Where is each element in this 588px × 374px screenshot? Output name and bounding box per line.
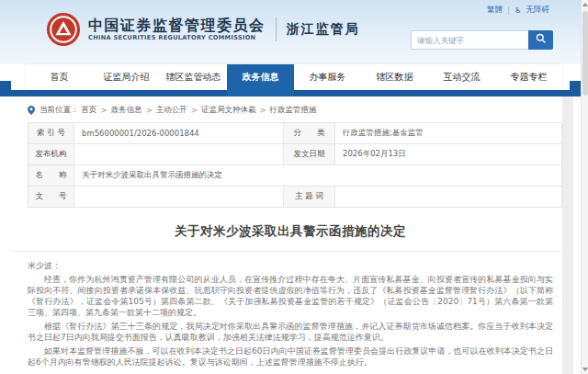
nav-item-bureau-intro[interactable]: 证监局介绍 <box>93 64 160 90</box>
brand-divider <box>276 17 277 41</box>
meta-subject-value <box>335 187 562 208</box>
meta-category-value: 行政监管措施;基金监管 <box>335 123 562 144</box>
breadcrumb-separator: > <box>146 106 153 115</box>
breadcrumb-active-disclosure[interactable]: 主动公开 <box>156 105 187 116</box>
meta-docno-value <box>74 187 284 208</box>
nav-item-regulatory-news[interactable]: 辖区监管动态 <box>160 64 227 90</box>
csrc-logo-icon <box>46 12 81 47</box>
site-header: 繁體 | ♿ 无障碍 中国证券监督管理委员会 CHINA SECURITIES … <box>0 0 581 64</box>
nav-right-cap <box>570 81 581 96</box>
table-row: 发布机构 发文日期 2026年02月13日 <box>28 144 562 165</box>
table-row: 文 号 主 题 词 <box>28 187 562 208</box>
breadcrumb-home[interactable]: 首页 <box>82 105 97 116</box>
breadcrumb-admin-measures[interactable]: 行政监管措施 <box>270 105 317 116</box>
bureau-name: 浙江监管局 <box>287 21 360 38</box>
scroll-down-icon[interactable] <box>582 368 588 371</box>
meta-name-label: 名 称 <box>28 165 74 187</box>
breadcrumb-gov-info[interactable]: 政务信息 <box>111 105 142 116</box>
document-salutation: 米少波： <box>28 260 553 271</box>
meta-issuer-label: 发布机构 <box>28 144 74 165</box>
accessibility-link[interactable]: 无障碍 <box>526 5 550 16</box>
document-meta-table: 索 引 号 bm56000001/2026-00001844 分 类 行政监管措… <box>28 122 562 208</box>
meta-docno-label: 文 号 <box>28 187 74 208</box>
nav-item-home[interactable]: 首页 <box>26 64 93 90</box>
search-button[interactable] <box>528 30 553 50</box>
main-nav-wrap: 首页 证监局介绍 辖区监管动态 政务信息 办事服务 辖区数据 互动交流 专题专栏 <box>0 64 581 96</box>
table-row: 索 引 号 bm56000001/2026-00001844 分 类 行政监管措… <box>28 123 562 144</box>
scroll-up-icon[interactable] <box>582 3 588 6</box>
right-gutter <box>562 96 573 374</box>
location-pin-icon <box>28 106 35 115</box>
org-name-cn: 中国证券监督管理委员会 <box>88 17 266 34</box>
meta-name-value: 关于对米少波采取出具警示函措施的决定 <box>74 165 562 187</box>
brand-text: 中国证券监督管理委员会 CHINA SECURITIES REGULATORY … <box>88 17 266 41</box>
vertical-scrollbar[interactable] <box>581 0 588 374</box>
site-search <box>411 30 553 50</box>
accessibility-icon: ♿ <box>514 6 522 15</box>
search-icon <box>536 33 547 47</box>
meta-index-value: bm56000001/2026-00001844 <box>74 123 284 144</box>
nav-item-special-topics[interactable]: 专题专栏 <box>495 64 562 90</box>
org-name-en: CHINA SECURITIES REGULATORY COMMISSION <box>88 34 266 41</box>
traditional-chinese-link[interactable]: 繁體 <box>487 5 503 16</box>
top-utility-links: 繁體 | ♿ 无障碍 <box>487 5 549 16</box>
meta-index-label: 索 引 号 <box>28 123 74 144</box>
title-divider <box>11 251 570 252</box>
table-row: 名 称 关于对米少波采取出具警示函措施的决定 <box>28 165 562 187</box>
meta-date-label: 发文日期 <box>284 144 335 165</box>
breadcrumb-prefix: 当前位置： <box>40 105 79 116</box>
breadcrumb-separator: > <box>101 106 107 115</box>
meta-subject-label: 主 题 词 <box>284 187 335 208</box>
document-body: 米少波： 经查，你作为杭州鸿贯资产管理有限公司的从业人员，在宣传推介过程中存在夸… <box>28 260 553 368</box>
document-paragraph: 如果对本监督管理措施不服，可以在收到本决定书之日起60日内向中国证券监督管理委员… <box>28 346 553 368</box>
breadcrumb-separator: > <box>191 106 198 115</box>
nav-item-interaction[interactable]: 互动交流 <box>428 64 495 90</box>
site-brand[interactable]: 中国证券监督管理委员会 CHINA SECURITIES REGULATORY … <box>46 12 360 47</box>
meta-category-label: 分 类 <box>284 123 335 144</box>
nav-item-gov-info[interactable]: 政务信息 <box>227 64 294 96</box>
nav-item-services[interactable]: 办事服务 <box>294 64 361 90</box>
scrollbar-thumb[interactable] <box>582 11 588 96</box>
nav-left-cap <box>0 81 11 96</box>
breadcrumb-separator: > <box>259 106 266 115</box>
main-nav: 首页 证监局介绍 辖区监管动态 政务信息 办事服务 辖区数据 互动交流 专题专栏 <box>26 64 562 90</box>
meta-issuer-value <box>74 144 284 165</box>
breadcrumb-doc-genre[interactable]: 证监局文种体裁 <box>201 105 256 116</box>
document-paragraph: 经查，你作为杭州鸿贯资产管理有限公司的从业人员，在宣传推介过程中存在夸大、片面宣… <box>28 274 553 318</box>
nav-item-district-data[interactable]: 辖区数据 <box>361 64 428 90</box>
breadcrumb: 当前位置： 首页 > 政务信息 > 主动公开 > 证监局文种体裁 > 行政监管措… <box>0 96 581 122</box>
search-input[interactable] <box>411 30 528 50</box>
page: 繁體 | ♿ 无障碍 中国证券监督管理委员会 CHINA SECURITIES … <box>0 0 581 374</box>
top-links-divider: | <box>507 6 510 15</box>
page-title: 关于对米少波采取出具警示函措施的决定 <box>0 223 581 240</box>
meta-date-value: 2026年02月13日 <box>335 144 562 165</box>
document-paragraph: 根据《暂行办法》第三十三条的规定，我局决定对你采取出具警示函的监督管理措施，并记… <box>28 321 553 343</box>
